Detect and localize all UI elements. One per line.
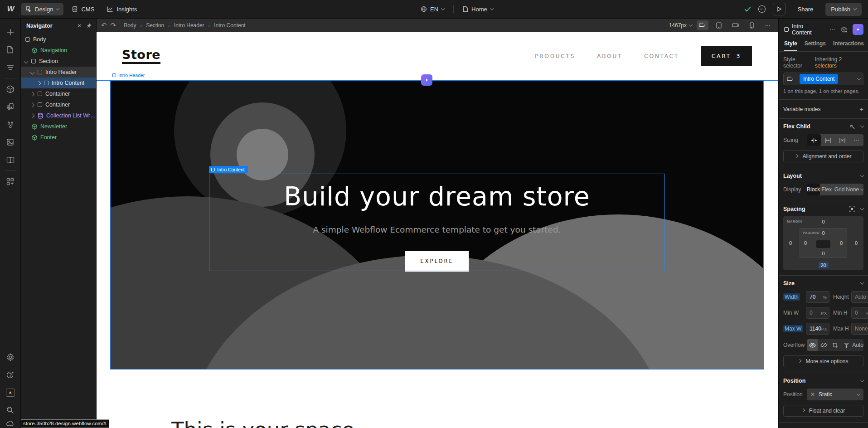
float-and-clear-button[interactable]: Float and clear [783,405,863,417]
max-height-input[interactable]: None- [851,323,868,335]
apps-grid-icon[interactable] [0,173,21,190]
design-canvas[interactable]: Store PRODUCTS ABOUT CONTACT CART 3 [97,32,778,428]
display-block-option[interactable]: Block [807,184,820,195]
chevron-collapsed-icon[interactable] [30,113,35,118]
padding-top-value[interactable]: 0 [822,230,824,236]
intro-content-element-label[interactable]: Intro Content [209,166,248,173]
margin-right-value[interactable]: 0 [855,240,858,246]
phone-portrait-breakpoint-icon[interactable] [746,20,757,30]
chevron-collapsed-icon[interactable] [30,92,35,96]
publish-button[interactable]: Publish [825,3,862,16]
sizing-more-icon[interactable]: ⋯ [849,134,863,146]
margin-top-value[interactable]: 0 [822,219,824,224]
breadcrumb-intro-content[interactable]: Intro Content [214,22,245,29]
tablet-breakpoint-icon[interactable] [713,20,725,30]
close-icon[interactable]: ✕ [77,23,82,29]
pin-icon[interactable] [86,23,92,29]
tab-settings[interactable]: Settings [805,40,826,51]
chevron-down-icon[interactable] [860,206,864,210]
navigator-icon[interactable] [0,58,21,76]
desktop-base-breakpoint-icon[interactable] [697,20,708,30]
breadcrumb-section[interactable]: Section [146,22,164,29]
chevron-down-icon[interactable] [860,378,864,382]
redo-icon[interactable]: ↷ [111,21,116,29]
height-input[interactable]: Auto- [851,291,868,303]
tree-item-intro-header[interactable]: Intro Header [21,67,96,78]
assets-image-icon[interactable] [0,133,21,151]
alignment-and-order-button[interactable]: Alignment and order [783,151,863,162]
breadcrumb-intro-header[interactable]: Intro Header [174,22,204,29]
sizing-none-icon[interactable] [835,134,849,146]
add-icon[interactable] [0,23,21,41]
chevron-expanded-icon[interactable] [24,59,29,63]
create-component-icon[interactable] [841,26,848,33]
padding-right-value[interactable]: 0 [840,240,843,246]
spacing-settings-icon[interactable] [849,206,855,212]
settings-gear-icon[interactable] [0,348,21,366]
tree-item-container[interactable]: Container [21,88,96,99]
undo-icon[interactable]: ↶ [101,21,107,29]
libraries-book-icon[interactable] [0,151,21,169]
more-options-icon[interactable]: ⋯ [829,26,835,33]
tree-item-container[interactable]: Container [21,99,96,110]
chevron-collapsed-icon[interactable] [37,81,41,85]
tree-item-section[interactable]: Section [21,56,96,67]
tree-item-footer[interactable]: Footer [21,132,96,143]
next-section-heading[interactable]: This is your space [171,418,354,428]
margin-bottom-value[interactable]: 20 [818,263,828,268]
comments-icon[interactable] [757,5,766,14]
components-icon[interactable] [0,80,21,98]
margin-left-value[interactable]: 0 [789,240,792,246]
chevron-down-icon[interactable] [860,173,864,177]
page-selector[interactable]: Home [458,3,498,15]
overflow-scroll-icon[interactable] [841,339,852,351]
min-width-input[interactable]: 0PX [806,307,829,319]
more-size-options-button[interactable]: More size options [783,355,863,367]
pages-icon[interactable] [0,41,21,58]
variables-drops-icon[interactable] [0,116,21,133]
width-input[interactable]: 70% [806,291,829,303]
nav-link-about[interactable]: ABOUT [597,53,622,59]
breadcrumb-body[interactable]: Body [124,22,136,29]
share-button[interactable]: Share [792,3,820,16]
chevron-down-icon[interactable] [860,124,864,127]
tree-item-navigation[interactable]: Navigation [21,45,96,56]
phone-landscape-breakpoint-icon[interactable] [729,20,741,30]
sizing-grow-icon[interactable] [821,134,835,146]
tab-style[interactable]: Style [784,40,797,51]
site-logo-link[interactable]: Store [122,48,160,64]
position-dropdown[interactable]: ✕ Static [807,389,863,400]
intro-header-element-label[interactable]: Intro Header [110,72,148,79]
viewport-width-dropdown[interactable]: 1467px [669,22,692,29]
overflow-clip-frame-icon[interactable] [829,339,841,351]
overflow-visible-eye-icon[interactable] [807,339,818,351]
nav-link-contact[interactable]: CONTACT [644,53,679,59]
display-none-option[interactable]: None [846,184,863,195]
search-icon[interactable] [0,401,21,419]
inherited-from-icon[interactable] [849,124,855,130]
nav-link-products[interactable]: PRODUCTS [535,53,575,59]
ai-assistant-button[interactable] [853,24,863,35]
design-mode-button[interactable]: Design [21,3,63,15]
cloud-icon[interactable] [0,419,21,428]
overflow-auto-option[interactable]: Auto [852,339,863,351]
chevron-down-icon[interactable] [860,281,864,284]
locale-switcher[interactable]: EN [416,3,449,15]
help-sparkle-icon[interactable] [0,366,21,384]
chevron-expanded-icon[interactable] [30,70,35,74]
tree-item-intro-content[interactable]: Intro Content [21,78,96,88]
preview-button[interactable] [773,3,786,15]
tab-interactions[interactable]: Interactions [833,40,864,51]
display-grid-option[interactable]: Grid [833,184,846,195]
max-width-input[interactable]: 1140PX [806,323,829,335]
styles-swatch-icon[interactable] [0,98,21,116]
overflow-hidden-eye-slash-icon[interactable] [818,339,829,351]
cms-button[interactable]: CMS [67,3,99,15]
tree-item-collection-list[interactable]: Collection List Wra... [21,110,96,121]
display-flex-option[interactable]: Flex [820,184,833,195]
class-selector-input[interactable]: Intro Content [783,73,863,85]
padding-left-value[interactable]: 0 [804,240,807,246]
chevron-collapsed-icon[interactable] [30,102,35,107]
add-variable-mode-icon[interactable]: + [859,105,863,113]
more-breakpoints-icon[interactable]: ⋯ [762,20,774,30]
